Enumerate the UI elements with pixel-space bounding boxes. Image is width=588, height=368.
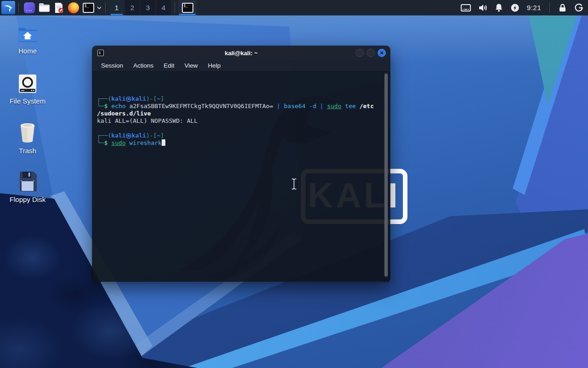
system-tray: 9:21 [461, 3, 583, 13]
terminal-segment-frame: )-[ [146, 132, 157, 139]
terminal-line: └─$ echo a2FsaSBBTEw9KEFMTCkgTk9QQVNTV0Q… [97, 103, 390, 110]
terminal-segment-plain [341, 103, 345, 109]
terminal-segment-plain [305, 103, 309, 109]
taskbar-terminal-button[interactable] [178, 0, 197, 15]
window-terminal-icon: $ [97, 50, 104, 56]
terminal-line: /sudoers.d/live [97, 110, 390, 117]
terminal-segment-plain: a2FsaSBBTEw9KEFMTCkgTk9QQVNTV0Q6IEFMTAo= [126, 103, 277, 109]
terminal-segment-frame: └─ [97, 139, 104, 146]
kali-dragon-icon [3, 2, 14, 13]
power-manager-icon[interactable] [510, 3, 520, 12]
app-window-icon [24, 2, 35, 13]
terminal-segment-plain [280, 103, 284, 109]
terminal-icon [83, 3, 94, 13]
desktop-root: KALI Home File System Trash [0, 0, 588, 368]
desktop-icon-trash[interactable]: Trash [0, 122, 55, 155]
terminal-segment-path: /sudoers.d/live [97, 110, 151, 117]
lock-icon[interactable] [558, 3, 567, 12]
close-button[interactable]: ✕ [378, 49, 386, 57]
terminal-segment-pipe: | [277, 103, 280, 109]
maximize-button[interactable] [367, 49, 375, 57]
terminal-segment-out: kali ALL=(ALL) NOPASSWD: ALL [97, 117, 198, 124]
workspace-2[interactable]: 2 [125, 0, 140, 15]
window-menubar: Session Actions Edit View Help [92, 60, 390, 72]
terminal-segment-frame: )-[ [146, 95, 157, 102]
terminal-line: ┌──(kali㉿kali)-[~] [97, 132, 390, 139]
workspace-1[interactable]: 1 [109, 0, 124, 15]
terminal-line: kali ALL=(ALL) NOPASSWD: ALL [97, 117, 390, 125]
terminal-window: $ kali@kali: ~ ✕ Session Actions Edit Vi… [92, 46, 390, 282]
terminal-segment-frame: └─ [97, 103, 104, 109]
window-title: kali@kali: ~ [92, 50, 390, 57]
terminal-segment-frame: ┌──( [97, 132, 111, 139]
launcher-text-editor[interactable] [52, 1, 66, 14]
top-panel: 1 2 3 4 [0, 0, 588, 15]
mouse-ibeam-cursor [290, 178, 298, 190]
terminal-segment-cmd: echo [111, 103, 125, 109]
desktop-icon-label: File System [0, 97, 55, 105]
desktop-icon-file-system[interactable]: File System [0, 74, 55, 105]
panel-separator [105, 3, 106, 13]
terminal-segment-cmd: wireshark [129, 139, 161, 146]
terminal-segment-user: kali㉿kali [111, 95, 146, 102]
file-system-icon [17, 74, 38, 94]
terminal-line: ┌──(kali㉿kali)-[~] [97, 95, 390, 103]
terminal-scrollbar[interactable] [384, 73, 388, 277]
terminal-segment-cmd: tee [345, 103, 356, 109]
workspace-switcher: 1 2 3 4 [109, 0, 171, 15]
keyboard-icon[interactable] [461, 4, 471, 12]
minimize-button[interactable] [356, 49, 364, 57]
terminal-segment-frame: ] [160, 132, 164, 139]
text-editor-icon [53, 2, 64, 13]
logout-icon[interactable] [574, 3, 583, 12]
terminal-segment-frame: ┌──( [97, 95, 111, 102]
desktop-icon-label: Trash [0, 147, 55, 155]
desktop-icon-label: Home [0, 47, 55, 55]
terminal-segment-sudo: sudo [327, 103, 341, 109]
terminal-segment-cmd: base64 [284, 103, 305, 109]
terminal-icon [182, 3, 193, 13]
workspace-3[interactable]: 3 [141, 0, 155, 15]
terminal-scrollbar-thumb[interactable] [384, 74, 388, 276]
terminal-segment-user: kali㉿kali [111, 132, 146, 139]
kali-menu-button[interactable] [1, 1, 15, 14]
terminal-line: └─$ sudo wireshark [97, 139, 390, 147]
panel-separator [175, 3, 175, 13]
file-manager-icon [39, 3, 50, 12]
window-titlebar[interactable]: $ kali@kali: ~ ✕ [92, 46, 390, 60]
menu-actions[interactable]: Actions [128, 60, 158, 72]
trash-icon [18, 122, 37, 144]
home-folder-icon [17, 25, 38, 44]
panel-clock[interactable]: 9:21 [527, 4, 541, 12]
panel-separator [18, 3, 19, 13]
terminal-segment-pipe: | [320, 103, 323, 109]
launcher-app-window[interactable] [23, 1, 36, 14]
menu-view[interactable]: View [180, 60, 203, 72]
terminal-segment-sudo: sudo [111, 139, 125, 146]
terminal-segment-path: /etc [359, 103, 373, 109]
desktop-icon-floppy-disk[interactable]: Floppy Disk [0, 171, 55, 203]
desktop-icon-home[interactable]: Home [0, 25, 55, 55]
firefox-icon [68, 2, 79, 13]
workspace-4[interactable]: 4 [156, 0, 171, 15]
terminal-segment-frame: ] [160, 95, 164, 102]
terminal-content[interactable]: ┌──(kali㉿kali)-[~]└─$ echo a2FsaSBBTEw9K… [92, 72, 390, 282]
terminal-line [97, 125, 390, 132]
notification-bell-icon[interactable] [495, 3, 503, 12]
volume-icon[interactable] [478, 3, 487, 12]
menu-edit[interactable]: Edit [158, 60, 179, 72]
launcher-firefox[interactable] [67, 1, 80, 14]
terminal-segment-opt: -d [309, 103, 317, 109]
chevron-down-icon[interactable] [96, 6, 102, 10]
floppy-disk-icon [18, 171, 37, 192]
menu-help[interactable]: Help [203, 60, 226, 72]
terminal-segment-cursor [162, 139, 165, 146]
desktop-icon-label: Floppy Disk [0, 196, 55, 203]
menu-session[interactable]: Session [96, 60, 128, 72]
panel-separator [549, 3, 550, 13]
launcher-file-manager[interactable] [37, 1, 51, 14]
launcher-terminal[interactable] [81, 1, 95, 14]
terminal-segment-plain [323, 103, 327, 109]
